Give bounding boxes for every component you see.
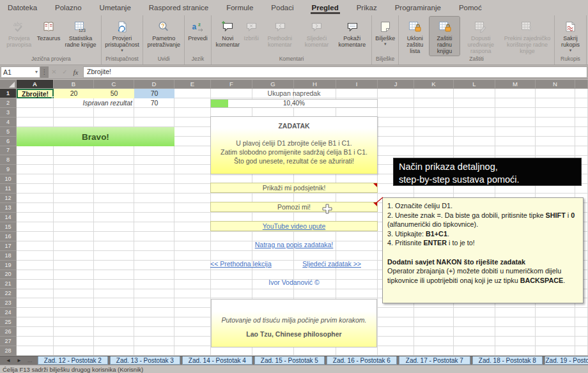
column-header-i[interactable]: I	[336, 80, 378, 89]
select-all-corner[interactable]	[0, 80, 17, 89]
enter-icon: ✓	[59, 68, 70, 75]
back-to-list-link[interactable]: Natrag na popis zadataka!	[255, 241, 334, 248]
column-header-g[interactable]: G	[252, 80, 294, 89]
sheet-tab-12[interactable]: Zad. 12 - Postotak 2	[38, 356, 108, 365]
column-header-l[interactable]: L	[454, 80, 495, 89]
ribbon-button-sakrij-rukopis[interactable]: Sakrij rukopis▾	[557, 17, 584, 56]
reminder-button[interactable]: Prikaži mi podsjetnik!	[210, 183, 378, 193]
row-header-5[interactable]: 5	[0, 127, 17, 137]
ribbon-button-ukloni-zaštitu-lista[interactable]: Ukloni zaštitu lista	[401, 17, 429, 56]
row-header-8[interactable]: 8	[0, 155, 17, 165]
row-header-14[interactable]: 14	[0, 213, 17, 222]
row-header-10[interactable]: 10	[0, 174, 17, 184]
row-header-17[interactable]: 17	[0, 241, 17, 251]
sheet-list-ellipsis-icon[interactable]: …	[27, 358, 33, 363]
ribbon-button-pokaži-komentare[interactable]: Pokaži komentare	[335, 17, 370, 56]
menu-item-formule[interactable]: Formule	[225, 2, 254, 14]
column-header-b[interactable]: B	[54, 80, 94, 89]
row-header-24[interactable]: 24	[0, 308, 17, 317]
row-header-11[interactable]: 11	[0, 184, 17, 194]
ribbon-button-tezaurus[interactable]: Tezaurus	[36, 17, 62, 56]
sheet-tab-14[interactable]: Zad. 14 - Postotak 4	[182, 356, 252, 365]
sheet-tab-19[interactable]: Zad. 19 - Postota	[545, 356, 588, 365]
row-header-19[interactable]: 19	[0, 261, 17, 270]
row-header-23[interactable]: 23	[0, 298, 17, 308]
column-header-h[interactable]: H	[294, 80, 336, 89]
menu-item-datoteka[interactable]: Datoteka	[6, 2, 38, 14]
ribbon-group-jezična-provjera: abcProvjera pravopisaTezaurus123Statisti…	[1, 15, 102, 65]
column-header[interactable]	[575, 80, 588, 89]
grid-body[interactable]: Zbrojite! 20 50 70 Ispravan rezultat 70 …	[17, 89, 588, 356]
row-header-27[interactable]: 27	[0, 337, 17, 346]
row-header-6[interactable]: 6	[0, 137, 17, 146]
ribbon-button-novi-komentar[interactable]: Novi komentar	[213, 17, 242, 56]
youtube-link[interactable]: YouTube video upute	[263, 222, 325, 230]
ribbon-button-prevedi[interactable]: ažPrevedi	[187, 17, 209, 56]
row-header-13[interactable]: 13	[0, 203, 17, 213]
insert-function-icon[interactable]: fx	[70, 68, 81, 76]
prev-sheet-icon[interactable]: ◄	[6, 358, 11, 363]
ribbon-button-label: Dopusti uređivanje raspona	[461, 35, 500, 54]
row-header-22[interactable]: 22	[0, 289, 17, 298]
next-sheet-icon[interactable]: ►	[17, 358, 22, 363]
name-box-dropdown-icon[interactable]: ▾	[35, 69, 38, 75]
cell-d1[interactable]: 70	[134, 89, 174, 98]
menu-item-prikaz[interactable]: Prikaz	[355, 2, 378, 14]
menu-item-polazno[interactable]: Polazno	[54, 2, 83, 14]
column-header-j[interactable]: J	[378, 80, 414, 89]
next-task-link[interactable]: Sljedeći zadatak >>	[302, 260, 361, 268]
column-header-c[interactable]: C	[94, 80, 134, 89]
row-header-9[interactable]: 9	[0, 165, 17, 174]
help-button[interactable]: Pomozi mi!	[210, 202, 378, 212]
sheet-tab-18[interactable]: Zad. 18 - Postotak 8	[472, 356, 543, 365]
formula-input[interactable]: Zbrojite!	[83, 66, 587, 78]
row-header-12[interactable]: 12	[0, 194, 17, 203]
row-header-18[interactable]: 18	[0, 251, 17, 261]
cell-c1[interactable]: 50	[94, 89, 134, 98]
menu-item-raspored-stranice[interactable]: Raspored stranice	[148, 2, 210, 14]
column-header-e[interactable]: E	[174, 80, 211, 89]
row-header-15[interactable]: 15	[0, 222, 17, 232]
column-header-f[interactable]: F	[211, 80, 252, 89]
column-header-k[interactable]: K	[414, 80, 454, 89]
formula-bar-grip-icon[interactable]: ⋮	[40, 66, 49, 78]
menu-item-umetanje[interactable]: Umetanje	[98, 2, 132, 14]
menu-item-pregled[interactable]: Pregled	[311, 2, 340, 14]
row-header-16[interactable]: 16	[0, 232, 17, 241]
task-box: ZADATAK U plavoj ćeliji D1 zbrojite ćeli…	[210, 116, 378, 174]
ribbon-button-zaštiti-radnu-knjigu[interactable]: Zaštiti radnu knjigu	[429, 17, 459, 56]
row-header-7[interactable]: 7	[0, 146, 17, 156]
row-header-25[interactable]: 25	[0, 317, 17, 327]
sheet-tab-16[interactable]: Zad. 16 - Postotak 6	[327, 356, 397, 365]
cell-b1[interactable]: 20	[54, 89, 94, 98]
row-header-1[interactable]: 1	[0, 89, 17, 98]
menu-item-podaci[interactable]: Podaci	[270, 2, 295, 14]
row-header-20[interactable]: 20	[0, 270, 17, 280]
column-header-d[interactable]: D	[134, 80, 174, 89]
sheet-tab-15[interactable]: Zad. 15 - Postotak 5	[254, 356, 325, 365]
youtube-button[interactable]: YouTube video upute	[210, 221, 378, 231]
column-header-m[interactable]: M	[495, 80, 536, 89]
sheet-tab-13[interactable]: Zad. 13 - Postotak 3	[110, 356, 180, 365]
ribbon-button-provjeri-pristupačnost[interactable]: Provjeri pristupačnost▾	[104, 17, 141, 56]
ribbon-button-pametno-pretraživanje[interactable]: Pametno pretraživanje	[145, 17, 182, 56]
row-header-21[interactable]: 21	[0, 279, 17, 289]
sheet-tab-17[interactable]: Zad. 17 - Postotak 7	[399, 356, 470, 365]
svg-text:a: a	[192, 22, 196, 31]
menu-item-programiranje[interactable]: Programiranje	[394, 2, 442, 14]
row-header-26[interactable]: 26	[0, 327, 17, 337]
ribbon-button-statistika-radne-knjige[interactable]: 123Statistika radne knjige	[62, 17, 99, 56]
cell-d2[interactable]: 70	[134, 98, 174, 108]
ribbon-button-bilješke[interactable]: Bilješke▾	[374, 17, 396, 56]
spreadsheet: ABCDEFGHIJKLMN 1234567891011121314151617…	[0, 80, 588, 356]
row-header-28[interactable]: 28	[0, 346, 17, 356]
previous-lesson-link[interactable]: << Prethodna lekcija	[210, 260, 272, 268]
row-header-4[interactable]: 4	[0, 118, 17, 127]
row-header-2[interactable]: 2	[0, 98, 17, 108]
name-box[interactable]: A1 ▾	[1, 66, 40, 78]
row-header-3[interactable]: 3	[0, 108, 17, 118]
column-header-a[interactable]: A	[17, 80, 54, 89]
menu-item-pomoć[interactable]: Pomoć	[458, 2, 483, 14]
column-header-n[interactable]: N	[536, 80, 575, 89]
selected-cell-a1[interactable]: Zbrojite!	[17, 89, 54, 98]
